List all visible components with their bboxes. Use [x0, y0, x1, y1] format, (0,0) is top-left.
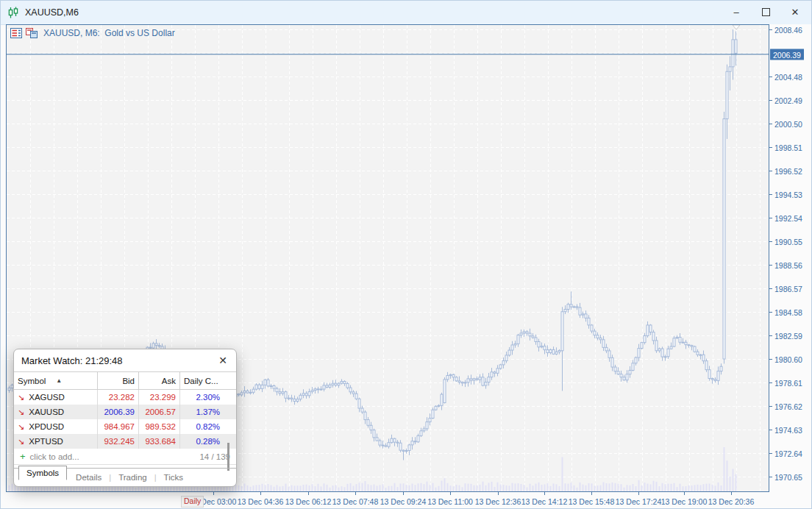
bid-cell: 932.245 [97, 434, 138, 449]
symbol-row-xpdusd[interactable]: ↘XPDUSD 984.967 989.532 0.82% [14, 419, 236, 434]
time-tick-label: 13 Dec 19:00 [661, 497, 707, 506]
price-tick [769, 29, 772, 30]
time-tick-label: 13 Dec 04:36 [238, 497, 283, 506]
time-tick-label: 13 Dec 07:48 [332, 497, 378, 506]
time-tick [684, 492, 685, 495]
market-watch-tabs: SymbolsDetails|Trading|Ticks [14, 468, 236, 486]
column-header-ask[interactable]: Ask [138, 372, 179, 389]
chart-window-icon[interactable] [26, 28, 38, 38]
period-label[interactable]: Daily [181, 496, 204, 508]
price-tick [769, 359, 772, 360]
symbol-row-xauusd[interactable]: ↘XAUUSD 2006.39 2006.57 1.37% [14, 405, 236, 419]
time-tick-label: 13 Dec 12:36 [475, 497, 521, 506]
price-tick-label: 1972.64 [774, 449, 802, 458]
price-tick [769, 288, 772, 289]
time-tick-label: 13 Dec 14:12 [521, 497, 567, 506]
price-down-arrow-icon: ↘ [18, 437, 24, 446]
price-down-arrow-icon: ↘ [18, 407, 24, 417]
tab-symbols[interactable]: Symbols [18, 466, 67, 480]
market-watch-scrollbar[interactable] [227, 443, 229, 471]
bid-cell: 23.282 [97, 390, 138, 405]
symbol-cell: ↘XAGUSD [14, 390, 97, 405]
time-tick [544, 492, 545, 495]
sort-asc-icon: ▲ [56, 377, 62, 384]
price-tick-label: 1974.63 [774, 426, 802, 435]
bid-cell: 2006.39 [97, 405, 138, 419]
price-tick-label: 1980.60 [774, 355, 802, 364]
price-tick-label: 1970.65 [774, 473, 802, 482]
symbol-row-xagusd[interactable]: ↘XAGUSD 23.282 23.299 2.30% [14, 390, 236, 405]
daily-change-cell: 1.37% [179, 405, 224, 419]
time-tick-label: 13 Dec 11:00 [427, 497, 473, 506]
add-symbol-plus-icon[interactable]: + [20, 451, 26, 462]
price-tick [769, 430, 772, 430]
price-tick [769, 124, 772, 124]
price-tick [769, 194, 772, 195]
chart-header: XAUUSD, M6: Gold vs US Dollar [10, 28, 175, 38]
window-title: XAUUSD,M6 [25, 7, 79, 18]
market-watch-table: Symbol▲ Bid Ask Daily C... ↘XAGUSD 23.28… [14, 371, 236, 449]
market-watch-title: Market Watch: 21:29:48 [21, 355, 217, 366]
chart-symbol-label: XAUUSD, M6: Gold vs US Dollar [43, 28, 175, 38]
daily-change-cell: 2.30% [179, 390, 224, 405]
market-watch-footer: + click to add... 14 / 139 [14, 449, 236, 465]
time-tick [260, 492, 261, 495]
price-tick-label: 2008.46 [774, 26, 802, 35]
price-tick-label: 1996.52 [774, 167, 802, 176]
price-tick [769, 241, 772, 242]
price-down-arrow-icon: ↘ [18, 422, 24, 432]
window-title-bar: XAUUSD,M6 – ✕ [0, 0, 812, 25]
price-axis[interactable]: 2008.462004.482002.492000.501998.511996.… [769, 24, 812, 493]
table-header-row: Symbol▲ Bid Ask Daily C... [14, 372, 236, 390]
current-price-badge: 2006.39 [770, 49, 804, 60]
tab-trading[interactable]: Trading [111, 471, 154, 484]
market-watch-close-icon[interactable]: ✕ [217, 355, 229, 366]
price-tick [769, 100, 772, 101]
price-down-arrow-icon: ↘ [18, 393, 24, 402]
time-tick [450, 492, 451, 495]
symbol-row-xptusd[interactable]: ↘XPTUSD 932.245 933.684 0.28% [14, 434, 236, 449]
symbol-cell: ↘XPTUSD [14, 434, 97, 449]
column-header-symbol[interactable]: Symbol▲ [14, 372, 97, 389]
symbol-count: 14 / 139 [199, 452, 230, 461]
price-tick-label: 1978.61 [774, 379, 802, 388]
price-tick [769, 335, 772, 336]
market-watch-titlebar: Market Watch: 21:29:48 ✕ [14, 349, 236, 371]
tab-details[interactable]: Details [68, 471, 109, 484]
column-header-bid[interactable]: Bid [97, 372, 138, 389]
price-tick-label: 1998.51 [774, 143, 802, 152]
price-tick [769, 265, 772, 266]
app-candlestick-icon [7, 7, 19, 18]
price-tick-label: 2002.49 [774, 96, 802, 105]
close-button[interactable]: ✕ [783, 3, 808, 22]
price-tick-label: 1990.55 [774, 238, 802, 246]
maximize-icon [762, 8, 770, 16]
price-tick-label: 1994.53 [774, 191, 802, 199]
click-to-add[interactable]: click to add... [30, 452, 79, 461]
time-axis[interactable]: Daily 13 Dec 03:0013 Dec 04:3613 Dec 06:… [6, 492, 812, 509]
price-tick-label: 2000.50 [774, 120, 802, 129]
price-tick [769, 147, 772, 148]
minimize-button[interactable]: – [724, 3, 749, 22]
time-tick-label: 13 Dec 09:24 [380, 497, 426, 506]
tab-ticks[interactable]: Ticks [157, 471, 190, 484]
ask-cell: 989.532 [138, 419, 179, 434]
time-tick [213, 492, 214, 495]
time-tick [355, 492, 356, 495]
time-tick [638, 492, 639, 495]
chart-shift-marker[interactable] [733, 25, 740, 29]
price-tick [769, 312, 772, 313]
quote-list-icon[interactable] [10, 28, 22, 38]
time-tick [591, 492, 592, 495]
ask-cell: 933.684 [138, 434, 179, 449]
time-tick [498, 492, 499, 495]
time-tick-label: 13 Dec 06:12 [285, 497, 331, 506]
price-tick [769, 218, 772, 218]
price-tick-label: 1982.59 [774, 332, 802, 341]
ask-cell: 2006.57 [138, 405, 179, 419]
maximize-button[interactable] [753, 3, 778, 22]
price-tick-label: 1988.56 [774, 261, 802, 270]
price-tick-label: 2004.48 [774, 73, 802, 82]
column-header-daily[interactable]: Daily C... [179, 372, 224, 389]
price-tick-label: 1984.58 [774, 308, 802, 317]
